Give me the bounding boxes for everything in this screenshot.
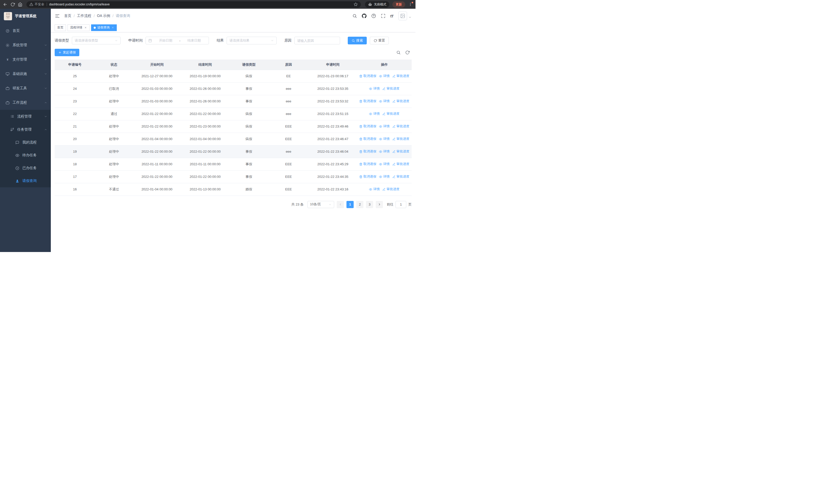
table-row[interactable]: 17 处理中 2022-01-22 00:00:00 2022-01-22 00… [55,170,412,183]
detail-link[interactable]: 详情 [369,87,379,91]
sidebar-item-home[interactable]: 首页 [0,24,51,38]
close-icon[interactable] [84,26,87,29]
cell-start-time: 2022-01-22 00:00:00 [133,170,181,183]
goto-page-input[interactable] [396,201,406,208]
browser-home-icon[interactable] [18,2,22,7]
sidebar-item-system-management[interactable]: 系统管理 [0,38,51,52]
leave-type-label: 请假类型 [55,38,69,43]
detail-link[interactable]: 详情 [379,149,390,154]
toggle-search-icon[interactable] [396,50,401,55]
address-bar[interactable]: 不安全 dashboard.yudao.iocoder.cn/bpm/oa/le… [26,1,361,8]
fullscreen-icon[interactable] [381,13,385,18]
table-row[interactable]: 16 不通过 2022-01-04 00:00:00 2022-01-13 00… [55,183,412,196]
approval-progress-link[interactable]: 审批进度 [393,175,409,179]
approval-progress-link[interactable]: 审批进度 [393,124,409,128]
page-button-2[interactable]: 2 [356,201,364,208]
next-page-button[interactable] [376,201,383,208]
search-button[interactable]: 搜索 [348,37,367,45]
approval-progress-link[interactable]: 审批进度 [393,74,409,78]
close-icon[interactable] [111,26,114,29]
help-icon[interactable] [371,13,376,18]
table-row[interactable]: 25 处理中 2021-12-27 00:00:00 2022-01-19 00… [55,70,412,82]
sidebar-item-payment-management[interactable]: ¥ 支付管理 [0,52,51,67]
sidebar-toggle-icon[interactable] [55,13,60,19]
table-row[interactable]: 20 处理中 2022-01-04 00:00:00 2022-01-04 00… [55,133,412,145]
approval-progress-link[interactable]: 审批进度 [393,137,409,141]
result-select[interactable]: 请选择流结果 [227,37,277,45]
cancel-leave-link[interactable]: 取消请假 [359,137,376,141]
cell-operations: 取消请假详情审批进度 [357,158,412,170]
prev-page-button[interactable] [337,201,344,208]
eye-icon [379,138,382,141]
tab-process-detail[interactable]: 流程详情 [67,24,90,31]
github-icon[interactable] [362,13,367,18]
reason-input[interactable] [294,37,340,45]
sidebar-item-leave-query[interactable]: 请假查询 [0,175,51,187]
cell-reason: EEE [268,170,309,183]
browser-reload-icon[interactable] [10,2,15,7]
cancel-leave-link[interactable]: 取消请假 [359,99,376,103]
breadcrumb-item[interactable]: OA 示例 [97,13,110,18]
cancel-leave-link[interactable]: 取消请假 [359,124,376,128]
page-button-1[interactable]: 1 [346,201,354,208]
sidebar-item-todo-tasks[interactable]: 待办任务 [0,149,51,162]
user-avatar-menu[interactable] [398,11,411,20]
approval-progress-link[interactable]: 审批进度 [382,87,399,91]
breadcrumb-separator: / [74,14,75,18]
sidebar-item-workflow[interactable]: 工作流程 [0,95,51,110]
sidebar-item-infrastructure[interactable]: 基础设施 [0,67,51,81]
approval-progress-link[interactable]: 审批进度 [393,99,409,103]
cancel-leave-link[interactable]: 取消请假 [359,162,376,166]
sidebar-item-process-management[interactable]: 流程管理 [0,110,51,123]
detail-link[interactable]: 详情 [379,74,390,78]
browser-menu-icon[interactable] [408,2,412,6]
page-size-select[interactable]: 10条/页 [308,201,334,208]
sidebar-item-task-management[interactable]: 任务管理 [0,123,51,136]
app-logo[interactable]: 芋道管理系统 [0,9,51,24]
detail-link[interactable]: 详情 [379,99,390,103]
cancel-leave-link[interactable]: 取消请假 [359,149,376,154]
site-security-chip[interactable]: 不安全 [30,2,45,7]
browser-update-button[interactable]: 更新 [393,1,405,8]
detail-link[interactable]: 详情 [379,162,390,166]
create-leave-button[interactable]: 发起请假 [55,49,79,56]
detail-link[interactable]: 详情 [379,124,390,128]
approval-progress-link[interactable]: 审批进度 [393,149,409,154]
page-button-3[interactable]: 3 [366,201,373,208]
sidebar-item-done-tasks[interactable]: 已办任务 [0,162,51,175]
detail-link[interactable]: 详情 [379,175,390,179]
apply-time-range-picker[interactable]: 开始日期 - 结束日期 [145,37,209,45]
approval-progress-link[interactable]: 审批进度 [393,162,409,166]
table-row[interactable]: 18 处理中 2022-01-11 00:00:00 2022-01-11 00… [55,158,412,170]
cancel-leave-link[interactable]: 取消请假 [359,175,376,179]
cancel-leave-link[interactable]: 取消请假 [359,74,376,78]
browser-back-icon[interactable] [3,2,7,7]
cell-apply-id: 21 [55,120,95,133]
leave-type-select[interactable]: 请选择请假类型 [72,37,121,45]
warning-triangle-icon [30,3,33,6]
table-row[interactable]: 23 处理中 2022-01-03 00:00:00 2022-01-26 00… [55,95,412,108]
reset-button[interactable]: 重置 [370,37,389,45]
table-row[interactable]: 19 处理中 2022-01-22 00:00:00 2022-01-22 00… [55,145,412,158]
tab-leave-query[interactable]: 请假查询 [91,24,117,31]
eye-icon [379,150,382,153]
table-row[interactable]: 21 处理中 2022-01-22 00:00:00 2022-01-23 00… [55,120,412,133]
breadcrumb-item[interactable]: 工作流程 [77,13,91,18]
approval-progress-link[interactable]: 审批进度 [382,112,399,116]
sidebar-item-my-process[interactable]: 我的流程 [0,136,51,149]
bookmark-star-icon[interactable] [354,2,358,6]
sidebar-item-dev-tools[interactable]: 研发工具 [0,81,51,95]
table-row[interactable]: 24 已取消 2022-01-03 00:00:00 2022-01-26 00… [55,82,412,95]
tab-home[interactable]: 首页 [55,24,66,31]
search-icon[interactable] [352,13,357,18]
table-row[interactable]: 22 通过 2022-01-22 00:00:00 2022-01-22 00:… [55,108,412,120]
refresh-table-icon[interactable] [405,50,409,55]
approval-progress-link[interactable]: 审批进度 [382,187,399,191]
breadcrumb-item[interactable]: 首页 [64,13,71,18]
detail-link[interactable]: 详情 [369,112,379,116]
breadcrumb-item-current: 请假查询 [116,13,130,18]
font-size-icon[interactable]: tT [390,14,394,18]
detail-link[interactable]: 详情 [369,187,379,191]
eye-icon [369,188,372,191]
detail-link[interactable]: 详情 [379,137,390,141]
